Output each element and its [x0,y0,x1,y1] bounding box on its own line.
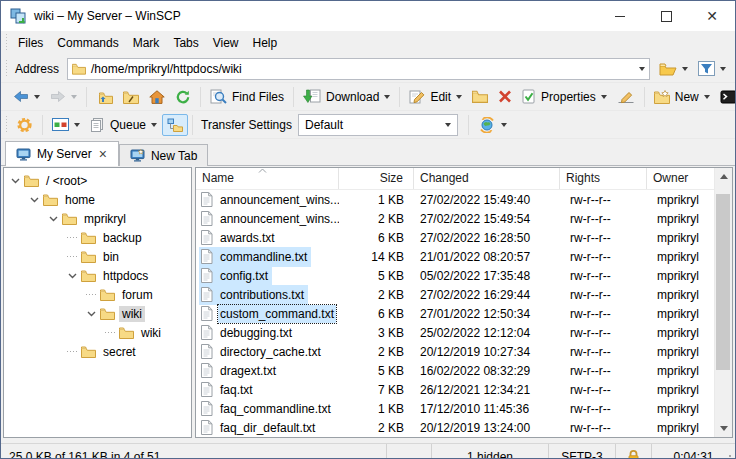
tree-item[interactable]: home [4,190,191,209]
file-row[interactable]: announcement_wins...2 KB27/02/2022 15:49… [196,209,715,228]
find-files-button[interactable]: Find Files [205,85,289,108]
file-icon [201,211,213,226]
tree-item[interactable]: wiki [4,304,191,323]
column-header-name[interactable]: Name [196,168,339,189]
file-name-cell: faq_dir_default.txt [196,418,339,438]
scroll-up-button[interactable] [715,168,732,185]
menu-help[interactable]: Help [246,33,285,53]
minimize-button[interactable] [597,1,643,31]
file-row[interactable]: directory_cache.txt2 KB20/12/2019 10:27:… [196,342,715,361]
file-row[interactable]: faq_commandline.txt1 KB17/12/2010 11:45:… [196,399,715,418]
file-rights: rw-r--r-- [560,248,647,266]
vertical-scrollbar[interactable] [714,168,732,437]
close-button[interactable]: ✕ [689,1,735,31]
transfer-settings-select[interactable]: Default [298,114,458,136]
protocol-indicator[interactable]: SFTP-3 [549,444,616,459]
encryption-indicator[interactable] [616,444,652,459]
session-duration: 0:04:31 [652,444,735,459]
file-size: 2 KB [339,343,414,361]
menu-view[interactable]: View [206,33,246,53]
tab-new-tab[interactable]: New Tab [119,144,208,166]
folder-icon [81,346,96,358]
address-input[interactable]: /home/mprikryl/httpdocs/wiki [67,58,650,80]
synchronize-browsing-button[interactable] [473,113,512,137]
hidden-files-indicator[interactable]: 1 hidden [432,444,549,459]
file-name-wrap: contributions.txt [199,285,308,305]
file-row[interactable]: config.txt5 KB05/02/2022 17:35:48rw-r--r… [196,266,715,285]
toolbar-grip[interactable] [5,116,8,134]
chevron-down-icon[interactable] [46,214,60,223]
scrollbar-thumb[interactable] [716,194,730,370]
panel-layout-button[interactable] [47,114,85,135]
address-label: Address [15,62,59,76]
globe-sync-icon [478,117,496,133]
file-row[interactable]: faq_dir_default.txt2 KB20/12/2019 13:24:… [196,418,715,437]
refresh-button[interactable] [170,86,196,108]
menu-bar: FilesCommandsMarkTabsViewHelp [1,31,735,55]
filter-button[interactable] [693,57,731,80]
console-button[interactable] [715,86,736,108]
open-dir-slash-button[interactable] [118,86,144,108]
tree-item[interactable]: bin [4,247,191,266]
status-bar: 25.0 KB of 161 KB in 4 of 51 1 hidden SF… [1,443,735,459]
up-directory-button[interactable] [91,86,118,108]
tree-item[interactable]: httpdocs [4,266,191,285]
properties-button[interactable]: Properties [517,85,612,108]
tree-item[interactable]: / <root> [4,171,191,190]
column-header-size[interactable]: Size [339,168,414,189]
scroll-down-button[interactable] [715,420,732,437]
rename-button[interactable] [612,86,640,108]
file-row[interactable]: dragext.txt5 KB16/02/2022 08:32:29rw-r--… [196,361,715,380]
queue-button[interactable]: Queue [85,114,162,136]
tree-item[interactable]: wiki [4,323,191,342]
file-row[interactable]: awards.txt6 KB27/02/2022 16:28:50rw-r--r… [196,228,715,247]
chevron-down-icon[interactable] [27,195,41,204]
close-tab-icon[interactable]: × [98,147,108,161]
back-button[interactable] [8,86,45,107]
file-row[interactable]: custom_command.txt6 KB27/01/2022 12:50:3… [196,304,715,323]
menu-tabs[interactable]: Tabs [166,33,205,53]
chevron-down-icon[interactable] [65,271,79,280]
file-changed: 27/02/2022 15:49:54 [414,210,560,228]
forward-button[interactable] [45,86,82,107]
menu-mark[interactable]: Mark [126,33,167,53]
delete-button[interactable] [493,86,517,107]
file-rights: rw-r--r-- [560,419,647,437]
column-header-owner[interactable]: Owner [647,168,715,189]
open-directory-button[interactable] [654,58,693,80]
file-row[interactable]: announcement_wins...1 KB27/02/2022 15:49… [196,190,715,209]
home-button[interactable] [144,86,170,108]
tab-my-server[interactable]: My Server× [5,141,119,166]
file-name-wrap: custom_command.txt [199,304,338,324]
tree-toggle-button[interactable] [162,114,188,136]
chevron-down-icon[interactable] [84,309,98,318]
file-row[interactable]: commandline.txt14 KB21/01/2022 08:20:57r… [196,247,715,266]
file-name-cell: commandline.txt [196,247,339,267]
tree-item[interactable]: secret [4,342,191,361]
new-folder-icon [654,90,670,104]
file-list-header: Name Size Changed Rights Owner [196,168,715,190]
column-header-rights[interactable]: Rights [560,168,647,189]
new-button[interactable]: New [649,86,715,108]
toolbar-grip[interactable] [5,60,8,78]
address-dropdown-icon[interactable] [639,67,645,71]
column-header-changed[interactable]: Changed [414,168,560,189]
file-row[interactable]: faq.txt7 KB26/12/2021 12:34:21rw-r--r--m… [196,380,715,399]
maximize-button[interactable] [643,1,689,31]
preferences-button[interactable] [11,113,38,137]
menu-commands[interactable]: Commands [50,33,125,53]
file-row[interactable]: debugging.txt3 KB25/02/2022 12:12:04rw-r… [196,323,715,342]
file-row[interactable]: contributions.txt2 KB27/02/2022 16:29:44… [196,285,715,304]
chevron-down-icon[interactable] [8,176,22,185]
toolbar-grip[interactable] [5,34,8,52]
tree-item[interactable]: backup [4,228,191,247]
tree-item[interactable]: mprikryl [4,209,191,228]
close-icon: ✕ [706,9,718,23]
tree-item[interactable]: forum [4,285,191,304]
tree-connector [65,237,79,238]
duplicate-button[interactable] [467,86,493,107]
download-button[interactable]: Download [298,85,395,108]
toolbar-separator [86,87,87,107]
edit-button[interactable]: Edit [404,85,467,108]
menu-files[interactable]: Files [11,33,50,53]
